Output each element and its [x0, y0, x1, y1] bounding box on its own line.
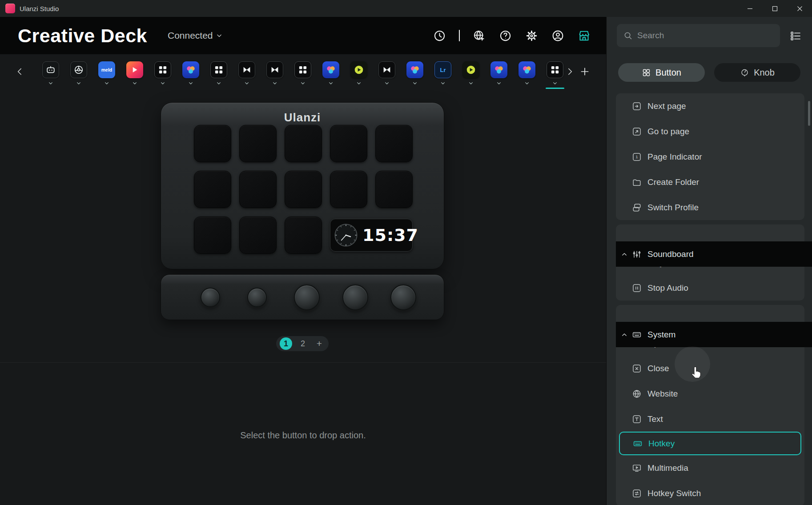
action-item-hotkey[interactable]: Hotkey — [619, 432, 801, 455]
profile-item[interactable]: Lr — [434, 54, 451, 89]
action-item-next-page[interactable]: Next page — [616, 93, 804, 119]
profile-item[interactable] — [519, 54, 535, 89]
profile-dropdown-chevron[interactable] — [523, 80, 531, 87]
action-item-website[interactable]: Website — [616, 381, 804, 406]
help-button[interactable] — [498, 29, 512, 43]
profile-item[interactable] — [266, 54, 283, 89]
profile-icon-bowtie[interactable] — [238, 61, 255, 78]
action-item-stop-audio[interactable]: Stop Audio — [616, 275, 804, 301]
action-item-hotkey-switch[interactable]: Hotkey Switch — [616, 481, 804, 505]
minimize-button[interactable] — [737, 0, 762, 17]
profile-icon-deck-grid[interactable] — [154, 61, 171, 78]
profile-dropdown-chevron[interactable] — [383, 80, 390, 87]
profile-dropdown-chevron[interactable] — [411, 80, 418, 87]
deck-key[interactable] — [239, 216, 277, 254]
profile-dropdown-chevron[interactable] — [187, 80, 194, 87]
timer-button[interactable] — [433, 29, 446, 43]
profile-dropdown-chevron[interactable] — [299, 80, 306, 87]
profile-dropdown-chevron[interactable] — [327, 80, 334, 87]
profile-icon-meld[interactable]: meld — [98, 61, 115, 78]
deck-key[interactable] — [239, 171, 277, 208]
profile-item[interactable] — [350, 54, 367, 89]
profile-item[interactable]: meld — [98, 54, 115, 89]
deck-key[interactable] — [285, 216, 322, 254]
search-box[interactable] — [617, 24, 780, 47]
action-item-close[interactable]: Close — [616, 356, 804, 381]
profile-item[interactable] — [490, 54, 507, 89]
profile-icon-resolve[interactable] — [490, 61, 507, 78]
layout-list-button[interactable] — [789, 30, 802, 42]
collapse-chevron-icon[interactable] — [620, 250, 629, 259]
action-group-header[interactable]: Soundboard — [616, 241, 812, 267]
search-input[interactable] — [637, 31, 766, 40]
profile-item[interactable] — [547, 54, 563, 89]
page-pill-1[interactable]: 1 — [280, 337, 292, 350]
profile-dropdown-chevron[interactable] — [47, 80, 54, 87]
profile-icon-bowtie[interactable] — [266, 61, 283, 78]
store-button[interactable] — [577, 29, 591, 43]
profile-item[interactable] — [378, 54, 395, 89]
knob[interactable] — [201, 288, 220, 307]
profile-item[interactable] — [182, 54, 199, 89]
profile-icon-deck-grid[interactable] — [210, 61, 227, 78]
profile-icon-deck-grid[interactable] — [547, 61, 563, 78]
profile-dropdown-chevron[interactable] — [495, 80, 502, 87]
profile-dropdown-chevron[interactable] — [215, 80, 222, 87]
profile-dropdown-chevron[interactable] — [243, 80, 250, 87]
profile-icon-bot[interactable] — [42, 61, 59, 78]
profile-dropdown-chevron[interactable] — [131, 80, 138, 87]
profile-dropdown-chevron[interactable] — [439, 80, 446, 87]
profile-item[interactable] — [322, 54, 339, 89]
profile-icon-powerdirector[interactable] — [126, 61, 143, 78]
profile-icon-deck-grid[interactable] — [294, 61, 311, 78]
profile-icon-resolve[interactable] — [406, 61, 423, 78]
close-button[interactable] — [787, 0, 812, 17]
action-item-multimedia[interactable]: Multimedia — [616, 455, 804, 481]
profile-icon-player[interactable] — [350, 61, 367, 78]
profile-dropdown-chevron[interactable] — [467, 80, 474, 87]
action-item-create-folder[interactable]: Create Folder — [616, 169, 804, 195]
profile-item[interactable] — [126, 54, 143, 89]
profile-icon-bowtie[interactable] — [378, 61, 395, 78]
profile-dropdown-chevron[interactable] — [103, 80, 110, 87]
profile-item[interactable] — [406, 54, 423, 89]
deck-key[interactable] — [330, 125, 367, 162]
settings-button[interactable] — [525, 29, 539, 43]
profiles-scroll-left-button[interactable] — [14, 66, 26, 77]
deck-key[interactable] — [194, 125, 231, 162]
profile-item[interactable] — [238, 54, 255, 89]
scrollbar-thumb[interactable] — [808, 101, 810, 126]
deck-key[interactable] — [239, 125, 277, 162]
profile-dropdown-chevron[interactable] — [551, 80, 559, 87]
profile-dropdown-chevron[interactable] — [355, 80, 362, 87]
tab-knob[interactable]: Knob — [714, 63, 800, 82]
deck-key[interactable] — [285, 171, 322, 208]
deck-key[interactable] — [375, 125, 413, 162]
tab-button[interactable]: Button — [618, 63, 705, 82]
add-profile-button[interactable] — [579, 66, 591, 77]
profile-item[interactable] — [462, 54, 479, 89]
clock-button[interactable]: 15:37 — [330, 219, 413, 252]
deck-key[interactable] — [194, 171, 231, 208]
deck-key[interactable] — [375, 171, 413, 208]
deck-key[interactable] — [330, 171, 367, 208]
maximize-button[interactable] — [762, 0, 787, 17]
deck-key[interactable] — [285, 125, 322, 162]
action-item-text[interactable]: Text — [616, 406, 804, 432]
action-item-page-indicator[interactable]: 1Page Indicator — [616, 144, 804, 169]
profile-icon-resolve[interactable] — [519, 61, 535, 78]
profile-icon-player[interactable] — [462, 61, 479, 78]
profile-dropdown-chevron[interactable] — [271, 80, 278, 87]
profile-dropdown-chevron[interactable] — [75, 80, 82, 87]
knob[interactable] — [294, 285, 320, 310]
profile-item[interactable] — [294, 54, 311, 89]
knob[interactable] — [247, 288, 267, 307]
page-pill-2[interactable]: 2 — [297, 337, 309, 350]
profile-icon-lightroom[interactable]: Lr — [434, 61, 451, 78]
network-button[interactable] — [472, 29, 486, 43]
knob[interactable] — [342, 285, 368, 310]
connection-status-dropdown[interactable]: Connected — [168, 30, 224, 41]
profile-item[interactable] — [210, 54, 227, 89]
action-item-switch-profile[interactable]: Switch Profile — [616, 195, 804, 220]
profile-item[interactable] — [42, 54, 59, 89]
